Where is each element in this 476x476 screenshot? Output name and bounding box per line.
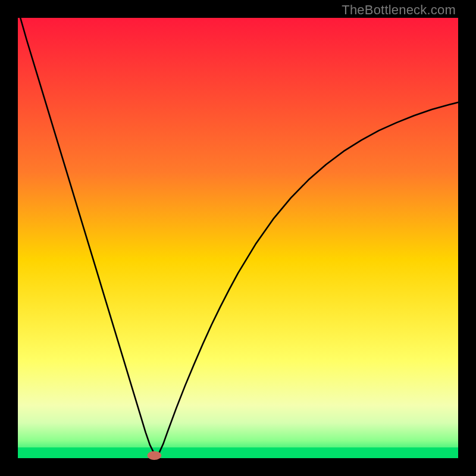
- plot-frame: [18, 18, 458, 458]
- curve-layer: [18, 18, 458, 458]
- watermark-text: TheBottleneck.com: [342, 2, 456, 18]
- optimum-marker: [148, 451, 162, 460]
- bottleneck-curve: [18, 9, 458, 453]
